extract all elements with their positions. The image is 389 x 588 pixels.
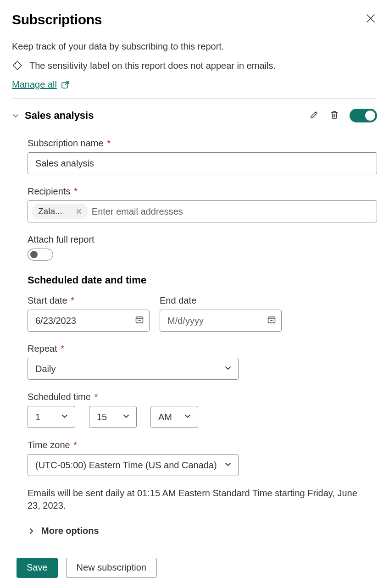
save-button[interactable]: Save — [17, 558, 58, 578]
recipients-input[interactable] — [92, 206, 373, 217]
minute-select[interactable] — [89, 406, 137, 428]
subscription-item-title: Sales analysis — [25, 110, 309, 122]
close-icon — [76, 209, 82, 214]
timezone-label: Time zone * — [28, 440, 377, 450]
edit-button[interactable] — [309, 110, 319, 122]
attach-full-report-label: Attach full report — [28, 234, 377, 245]
scheduled-time-label: Scheduled time * — [28, 392, 377, 402]
subscription-name-input[interactable] — [28, 152, 377, 174]
chevron-right-icon — [28, 527, 35, 535]
start-date-label: Start date * — [28, 295, 150, 306]
chevron-down-icon — [12, 112, 19, 119]
page-title: Subscriptions — [12, 12, 102, 28]
delete-button[interactable] — [329, 110, 339, 122]
schedule-section-title: Scheduled date and time — [28, 274, 377, 286]
subscription-enabled-toggle[interactable] — [350, 109, 377, 122]
close-icon — [366, 14, 375, 23]
subscription-item-header[interactable]: Sales analysis — [12, 109, 377, 122]
hour-select[interactable] — [28, 406, 75, 428]
trash-icon — [329, 110, 339, 120]
page-subtitle: Keep track of your data by subscribing t… — [12, 41, 377, 52]
close-button[interactable] — [364, 12, 377, 27]
external-link-icon — [61, 80, 70, 89]
chip-remove-button[interactable] — [76, 206, 82, 216]
manage-all-link[interactable]: Manage all — [12, 79, 70, 90]
tag-icon — [12, 60, 23, 71]
recipients-label: Recipients * — [28, 186, 377, 197]
more-options-label: More options — [41, 526, 99, 536]
manage-all-label: Manage all — [12, 79, 57, 90]
recipients-input-container[interactable]: Zala... — [28, 200, 377, 222]
ampm-select[interactable] — [150, 406, 198, 428]
footer: Save New subscription — [0, 547, 389, 588]
start-date-input[interactable] — [28, 310, 150, 332]
end-date-input[interactable] — [160, 310, 282, 332]
subscription-name-label: Subscription name * — [28, 138, 377, 149]
schedule-summary: Emails will be sent daily at 01:15 AM Ea… — [28, 487, 367, 512]
recipient-chip[interactable]: Zala... — [32, 204, 88, 219]
repeat-select[interactable] — [28, 358, 239, 380]
sensitivity-note-text: The sensitivity label on this report doe… — [29, 61, 276, 71]
end-date-label: End date — [160, 295, 282, 306]
recipient-chip-label: Zala... — [38, 206, 62, 216]
attach-full-report-toggle[interactable] — [28, 249, 53, 261]
svg-point-0 — [15, 63, 16, 64]
sensitivity-note-row: The sensitivity label on this report doe… — [12, 60, 377, 71]
pencil-icon — [309, 110, 319, 120]
more-options-toggle[interactable]: More options — [28, 526, 377, 536]
repeat-label: Repeat * — [28, 344, 377, 354]
timezone-select[interactable] — [28, 454, 239, 476]
divider — [12, 98, 377, 99]
new-subscription-button[interactable]: New subscription — [66, 558, 157, 578]
